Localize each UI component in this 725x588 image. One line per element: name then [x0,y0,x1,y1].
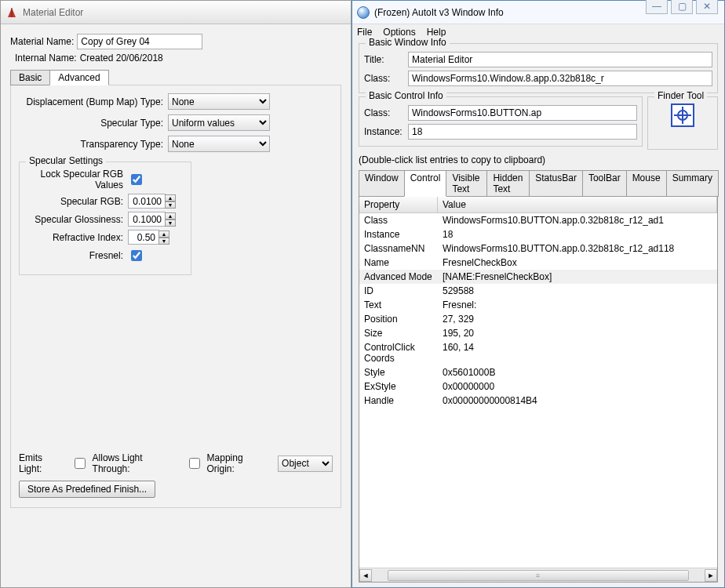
win-title-value[interactable] [408,52,712,67]
tab-basic[interactable]: Basic [10,70,50,85]
mapping-origin-combo[interactable]: Object [278,456,333,472]
lock-specular-checkbox[interactable] [131,174,142,185]
fresnel-checkbox[interactable] [131,250,142,261]
scroll-track[interactable]: ≡ [372,569,705,582]
cell-property: Name [359,256,438,269]
mapping-origin-label: Mapping Origin: [207,452,274,474]
horizontal-scrollbar[interactable]: ◄ ≡ ► [359,568,717,582]
info-tabs: WindowControlVisible TextHidden TextStat… [359,170,718,197]
ctrl-instance-value[interactable] [408,124,637,140]
list-rows: ClassWindowsForms10.BUTTON.app.0.32b818c… [359,213,717,568]
spin-up-icon[interactable]: ▲ [165,194,176,201]
spin-down-icon[interactable]: ▼ [165,220,176,227]
refractive-index-spinner[interactable]: ▲▼ [128,230,169,245]
list-item[interactable]: Size195, 20 [359,326,717,340]
tab-advanced[interactable]: Advanced [49,70,108,85]
material-tabs: Basic Advanced [10,70,341,85]
emits-light-checkbox[interactable] [75,458,86,469]
list-item[interactable]: Style0x5601000B [359,365,717,379]
info-tab-hidden-text[interactable]: Hidden Text [486,170,530,197]
menu-options[interactable]: Options [383,27,415,38]
info-tab-window[interactable]: Window [359,170,405,197]
list-item[interactable]: Instance18 [359,227,717,241]
material-editor-titlebar: Material Editor [1,1,351,24]
specular-gloss-label: Specular Glossiness: [26,214,128,225]
list-item[interactable]: ClassWindowsForms10.BUTTON.app.0.32b818c… [359,213,717,227]
spin-down-icon[interactable]: ▼ [165,201,176,209]
maximize-icon[interactable]: ▢ [671,0,693,14]
cell-property: Advanced Mode [359,270,438,283]
material-editor-client: Material Name: Internal Name: Created 20… [1,24,351,587]
list-item[interactable]: ID529588 [359,284,717,298]
displacement-combo[interactable]: None [168,93,270,110]
spin-down-icon[interactable]: ▼ [158,238,169,245]
specular-type-combo[interactable]: Uniform values [168,114,270,131]
scroll-right-icon[interactable]: ► [705,569,717,582]
spin-up-icon[interactable]: ▲ [158,230,169,238]
refractive-index-input[interactable] [128,230,159,245]
minimize-icon[interactable]: ― [646,0,668,14]
list-item[interactable]: NameFresnelCheckBox [359,256,717,270]
info-tab-statusbar[interactable]: StatusBar [529,170,583,197]
info-tab-visible-text[interactable]: Visible Text [446,170,487,197]
col-header-value[interactable]: Value [438,197,717,212]
specular-settings-group: Specular Settings Lock Specular RGB Valu… [19,162,191,275]
window-controls: ― ▢ ✕ [646,0,718,14]
win-class-label: Class: [364,73,408,84]
list-item[interactable]: ExStyle0x00000000 [359,379,717,394]
menu-file[interactable]: File [357,27,372,38]
cell-property: ControlClick Coords [359,341,438,365]
list-item[interactable]: Handle0x00000000000814B4 [359,394,717,408]
win-class-value[interactable] [408,71,712,86]
specular-gloss-input[interactable] [128,212,166,227]
ctrl-class-value[interactable] [408,105,637,121]
menu-help[interactable]: Help [427,27,446,38]
cell-value: 0x5601000B [438,366,717,379]
app-logo-icon [5,6,18,19]
info-tab-control[interactable]: Control [404,170,447,197]
cell-property: Class [359,214,438,227]
material-editor-window: Material Editor Material Name: Internal … [0,0,352,588]
allows-light-through-checkbox[interactable] [189,458,200,469]
allows-light-through-label: Allows Light Through: [93,452,183,474]
cell-value: 195, 20 [438,327,717,339]
material-name-label: Material Name: [10,36,74,47]
specular-type-label: Specular Type: [19,118,168,129]
cell-value: 160, 14 [438,341,717,365]
scroll-left-icon[interactable]: ◄ [359,569,372,582]
transparency-type-label: Transparency Type: [19,139,168,150]
list-item[interactable]: TextFresnel: [359,298,717,312]
ctrl-instance-label: Instance: [364,126,408,137]
cell-property: Size [359,327,438,339]
col-header-property[interactable]: Property [359,197,438,212]
property-list: Property Value ClassWindowsForms10.BUTTO… [359,196,718,583]
cell-property: ExStyle [359,380,438,393]
close-icon[interactable]: ✕ [696,0,718,14]
internal-name-label: Internal Name: [15,53,77,64]
specular-rgb-input[interactable] [128,194,166,209]
cell-property: Style [359,366,438,379]
finder-crosshair-icon[interactable] [671,103,694,127]
store-predefined-button[interactable]: Store As Predefined Finish... [19,481,155,498]
list-item[interactable]: Position27, 329 [359,312,717,326]
info-tab-summary[interactable]: Summary [666,170,719,197]
basic-control-info-group: Basic Control Info Class: Instance: [359,96,643,147]
emits-light-label: Emits Light: [19,452,68,474]
info-tab-toolbar[interactable]: ToolBar [582,170,627,197]
specular-rgb-spinner[interactable]: ▲▼ [128,194,176,209]
list-item[interactable]: ControlClick Coords160, 14 [359,340,717,365]
cell-property: ClassnameNN [359,242,438,255]
cell-property: Instance [359,228,438,241]
info-tab-mouse[interactable]: Mouse [626,170,667,197]
material-name-input[interactable] [77,34,202,49]
specular-gloss-spinner[interactable]: ▲▼ [128,212,176,227]
cell-property: Text [359,299,438,311]
list-item[interactable]: Advanced Mode[NAME:FresnelCheckBox] [359,270,717,284]
scroll-thumb[interactable]: ≡ [388,570,689,581]
finder-tool-group: Finder Tool [647,96,718,150]
list-item[interactable]: ClassnameNNWindowsForms10.BUTTON.app.0.3… [359,241,717,256]
spin-up-icon[interactable]: ▲ [165,212,176,220]
refractive-index-label: Refractive Index: [26,232,128,243]
transparency-type-combo[interactable]: None [168,136,270,152]
basic-window-info-title: Basic Window Info [366,37,450,48]
